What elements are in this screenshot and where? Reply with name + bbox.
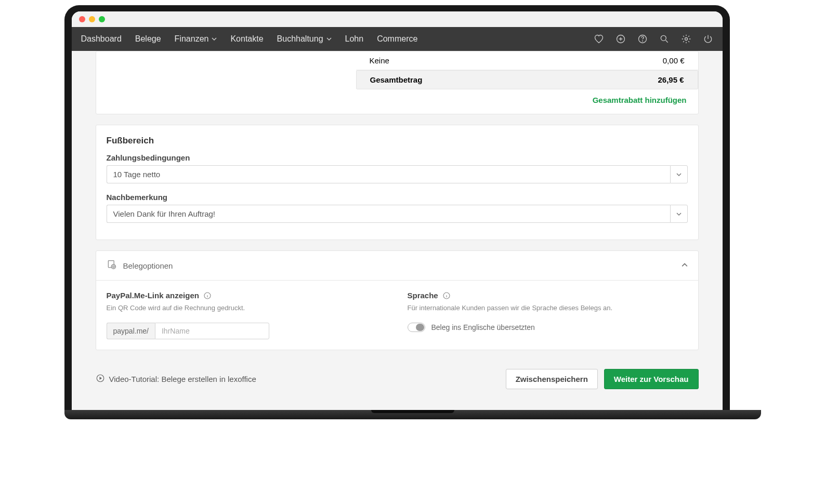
chevron-down-icon (212, 36, 217, 42)
save-draft-button[interactable]: Zwischenspeichern (506, 369, 598, 389)
dropdown-toggle[interactable] (670, 165, 688, 183)
nav-label: Belege (135, 34, 161, 44)
totals-row-none: Keine 0,00 € (356, 51, 698, 70)
payment-terms-label: Zahlungsbedingungen (96, 153, 698, 165)
translate-toggle-label: Beleg ins Englische übersetzten (431, 323, 535, 331)
laptop-frame: Dashboard Belege Finanzen Kontakte Buchh… (64, 5, 730, 410)
nav-label: Commerce (377, 34, 417, 44)
totals-total-value: 26,95 € (658, 75, 684, 84)
remark-value: Vielen Dank für Ihren Auftrag! (107, 205, 670, 223)
chevron-up-icon (682, 261, 688, 270)
info-icon[interactable] (203, 291, 212, 300)
dropdown-toggle[interactable] (670, 205, 688, 223)
document-options-title: Belegoptionen (123, 261, 173, 270)
totals-total-label: Gesamtbetrag (370, 75, 423, 84)
paypal-description: Ein QR Code wird auf die Rechnung gedruc… (107, 303, 387, 313)
search-icon[interactable] (659, 34, 670, 44)
window-max-dot[interactable] (99, 16, 105, 22)
nav-label: Dashboard (81, 34, 122, 44)
actions-row: Video-Tutorial: Belege erstellen in lexo… (96, 361, 699, 394)
totals-none-label: Keine (370, 56, 389, 65)
nav-finanzen[interactable]: Finanzen (175, 34, 217, 44)
remark-label: Nachbemerkung (96, 193, 698, 205)
nav-commerce[interactable]: Commerce (377, 34, 417, 44)
power-icon[interactable] (703, 34, 713, 44)
laptop-base (64, 410, 761, 419)
svg-point-4 (685, 38, 687, 41)
nav-kontakte[interactable]: Kontakte (230, 34, 263, 44)
nav-lohn[interactable]: Lohn (345, 34, 364, 44)
paypal-input-group: paypal.me/ (107, 323, 387, 339)
app-screen: Dashboard Belege Finanzen Kontakte Buchh… (72, 11, 723, 410)
totals-card: Keine 0,00 € Gesamtbetrag 26,95 € Gesamt… (96, 51, 699, 114)
gear-icon[interactable] (681, 34, 691, 44)
nav-label: Finanzen (175, 34, 209, 44)
paypal-name-input[interactable] (155, 323, 269, 339)
document-options-icon (107, 259, 117, 272)
translate-toggle[interactable] (408, 323, 425, 332)
nav-belege[interactable]: Belege (135, 34, 161, 44)
chevron-down-icon (676, 211, 682, 217)
footer-section-card: Fußbereich Zahlungsbedingungen 10 Tage n… (96, 125, 699, 240)
nav-buchhaltung[interactable]: Buchhaltung (277, 34, 332, 44)
footer-section-title: Fußbereich (96, 125, 698, 153)
plus-circle-icon[interactable] (616, 34, 626, 44)
paypal-prefix: paypal.me/ (107, 323, 155, 339)
payment-terms-dropdown[interactable]: 10 Tage netto (107, 165, 688, 183)
chevron-down-icon (676, 172, 682, 177)
video-tutorial-link[interactable]: Video-Tutorial: Belege erstellen in lexo… (96, 374, 256, 384)
nav-label: Lohn (345, 34, 364, 44)
nav-dashboard[interactable]: Dashboard (81, 34, 122, 44)
paypal-column: PayPal.Me-Link anzeigen Ein QR Code wird… (107, 291, 387, 339)
chevron-down-icon (326, 36, 332, 42)
svg-point-3 (661, 35, 666, 41)
paypal-title: PayPal.Me-Link anzeigen (107, 291, 199, 300)
document-options-header[interactable]: Belegoptionen (96, 251, 698, 281)
info-icon[interactable] (442, 291, 451, 300)
payment-terms-value: 10 Tage netto (107, 165, 670, 183)
window-controls (72, 11, 723, 27)
language-description: Für internationale Kunden passen wir die… (408, 303, 688, 313)
top-nav: Dashboard Belege Finanzen Kontakte Buchh… (72, 27, 723, 51)
tutorial-label: Video-Tutorial: Belege erstellen in lexo… (109, 375, 256, 383)
remark-dropdown[interactable]: Vielen Dank für Ihren Auftrag! (107, 205, 688, 223)
nav-label: Buchhaltung (277, 34, 323, 44)
language-title: Sprache (408, 291, 438, 300)
document-options-card: Belegoptionen PayPal.Me-Link anzeigen Ei… (96, 250, 699, 350)
help-icon[interactable] (637, 34, 648, 44)
totals-row-total: Gesamtbetrag 26,95 € (356, 70, 698, 89)
continue-preview-button[interactable]: Weiter zur Vorschau (604, 369, 699, 389)
nav-label: Kontakte (230, 34, 263, 44)
add-discount-link[interactable]: Gesamtrabatt hinzufügen (96, 89, 698, 104)
play-circle-icon (96, 374, 105, 384)
svg-point-2 (642, 41, 643, 41)
window-close-dot[interactable] (79, 16, 85, 22)
window-min-dot[interactable] (89, 16, 95, 22)
language-column: Sprache Für internationale Kunden passen… (408, 291, 688, 339)
totals-none-value: 0,00 € (663, 56, 685, 65)
heart-icon[interactable] (594, 34, 604, 44)
